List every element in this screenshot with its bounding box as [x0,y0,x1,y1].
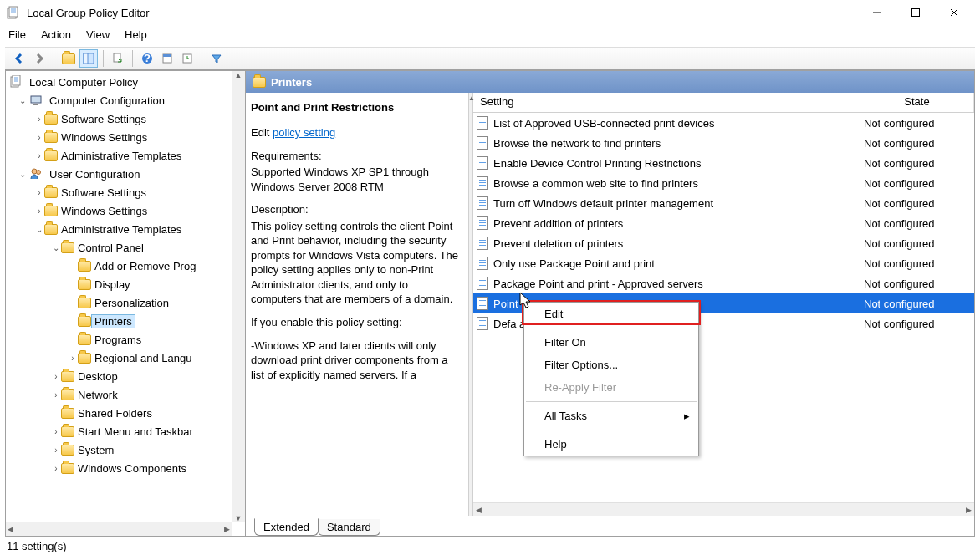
app-icon [7,6,20,19]
svg-rect-9 [163,54,171,57]
expand-toggle[interactable]: › [34,188,44,197]
properties-icon[interactable] [158,49,176,68]
back-button[interactable] [10,49,28,68]
expand-toggle[interactable]: › [51,464,61,473]
tab-extended[interactable]: Extended [254,518,319,536]
svg-rect-2 [912,9,920,17]
window-title: Local Group Policy Editor [27,7,858,19]
tree-item[interactable]: ›Windows Settings [6,201,232,220]
expand-toggle[interactable]: › [34,206,44,216]
tree-item[interactable]: ⌄User Configuration [6,165,232,183]
maximize-button[interactable] [896,0,935,25]
setting-row[interactable]: Prevent addition of printersNot configur… [473,213,974,233]
setting-row[interactable]: Package Point and print - Approved serve… [473,273,974,293]
svg-text:?: ? [144,53,151,64]
folder-icon [61,408,74,419]
tree-item[interactable]: ›Administrative Templates [6,146,232,165]
setting-row[interactable]: Browse a common web site to find printer… [473,173,974,193]
tree-root[interactable]: Local Computer Policy [6,73,232,91]
column-state[interactable]: State [860,93,974,112]
tree-root-label: Local Computer Policy [26,76,141,89]
ctx-filter-on[interactable]: Filter On [524,331,698,354]
tree-item[interactable]: ⌄Administrative Templates [6,220,232,238]
expand-toggle[interactable]: › [51,390,61,400]
navigation-tree[interactable]: Local Computer Policy ⌄Computer Configur… [6,71,232,522]
tree-item[interactable]: ›Windows Components [6,459,232,477]
tree-vertical-scrollbar[interactable] [232,71,245,522]
setting-row[interactable]: Browse the network to find printersNot c… [473,133,974,153]
expand-toggle[interactable]: ⌄ [34,225,44,234]
ctx-filter-options[interactable]: Filter Options... [524,354,698,376]
setting-row[interactable]: Only use Package Point and printNot conf… [473,253,974,273]
export-button[interactable] [109,49,127,68]
menu-view[interactable]: View [86,28,110,41]
expand-toggle[interactable]: › [51,427,61,436]
folder-icon [78,334,91,345]
forward-button[interactable] [30,49,48,68]
ctx-all-tasks[interactable]: All Tasks▸ [524,405,698,427]
expand-toggle[interactable]: › [51,372,61,381]
tree-item[interactable]: ›Network [6,385,232,404]
minimize-button[interactable] [858,0,896,25]
menu-file[interactable]: File [8,28,26,41]
show-hide-tree-button[interactable] [79,49,98,68]
description-panel: Point and Print Restrictions Edit policy… [246,93,468,516]
close-button[interactable] [935,0,973,25]
tree-item[interactable]: Printers [6,312,232,330]
tree-item-label: Software Settings [58,186,150,199]
menu-action[interactable]: Action [41,28,71,41]
up-button[interactable] [59,49,78,68]
setting-row[interactable]: List of Approved USB-connected print dev… [473,113,974,133]
setting-row[interactable]: Prevent deletion of printersNot configur… [473,233,974,253]
folder-icon [61,242,74,253]
tree-item[interactable]: Shared Folders [6,404,232,422]
list-horizontal-scrollbar[interactable] [473,502,974,516]
tree-item[interactable]: Personalization [6,293,232,312]
menu-help[interactable]: Help [125,28,147,41]
expand-toggle[interactable]: › [34,151,44,160]
policy-icon [477,317,488,330]
tree-item[interactable]: Add or Remove Prog [6,257,232,275]
tree-item[interactable]: ›Regional and Langu [6,349,232,367]
setting-row[interactable]: Turn off Windows default printer managem… [473,193,974,213]
filter-button[interactable] [207,49,226,68]
policy-icon [477,216,488,230]
expand-toggle[interactable]: › [34,133,44,142]
help-button[interactable]: ? [138,49,156,68]
expand-toggle[interactable]: ⌄ [51,243,61,252]
expand-toggle[interactable]: ⌄ [18,170,28,179]
folder-icon [61,389,74,400]
tab-standard[interactable]: Standard [318,519,380,536]
svg-point-16 [37,171,41,175]
ctx-reapply-filter: Re-Apply Filter [524,376,698,399]
tree-item-label: Shared Folders [74,407,156,420]
edit-policy-link[interactable]: policy setting [273,126,335,139]
tree-item[interactable]: ›System [6,440,232,459]
view-tabs: Extended Standard [246,516,974,536]
tree-item[interactable]: ⌄Computer Configuration [6,91,232,109]
tree-item[interactable]: Display [6,275,232,293]
details-header-title: Printers [271,76,312,89]
tree-item[interactable]: Programs [6,330,232,349]
folder-icon [61,445,74,456]
setting-row[interactable]: Enable Device Control Printing Restricti… [473,153,974,173]
column-setting[interactable]: Setting [473,93,860,112]
folder-icon [78,261,91,272]
ctx-edit[interactable]: Edit [524,303,698,325]
ctx-help[interactable]: Help [524,433,698,456]
tree-item[interactable]: ›Desktop [6,367,232,385]
tree-horizontal-scrollbar[interactable] [6,522,232,536]
folder-icon [61,426,74,437]
tree-item[interactable]: ›Start Menu and Taskbar [6,422,232,440]
expand-toggle[interactable]: › [68,354,78,363]
tree-item[interactable]: ›Software Settings [6,183,232,201]
expand-toggle[interactable]: ⌄ [18,96,28,105]
refresh-icon[interactable] [178,49,197,68]
expand-toggle[interactable]: › [34,115,44,124]
folder-icon [61,371,74,382]
tree-item[interactable]: ⌄Control Panel [6,238,232,257]
tree-item[interactable]: ›Software Settings [6,109,232,128]
expand-toggle[interactable]: › [51,445,61,455]
setting-name: List of Approved USB-connected print dev… [493,117,714,130]
tree-item[interactable]: ›Windows Settings [6,128,232,146]
